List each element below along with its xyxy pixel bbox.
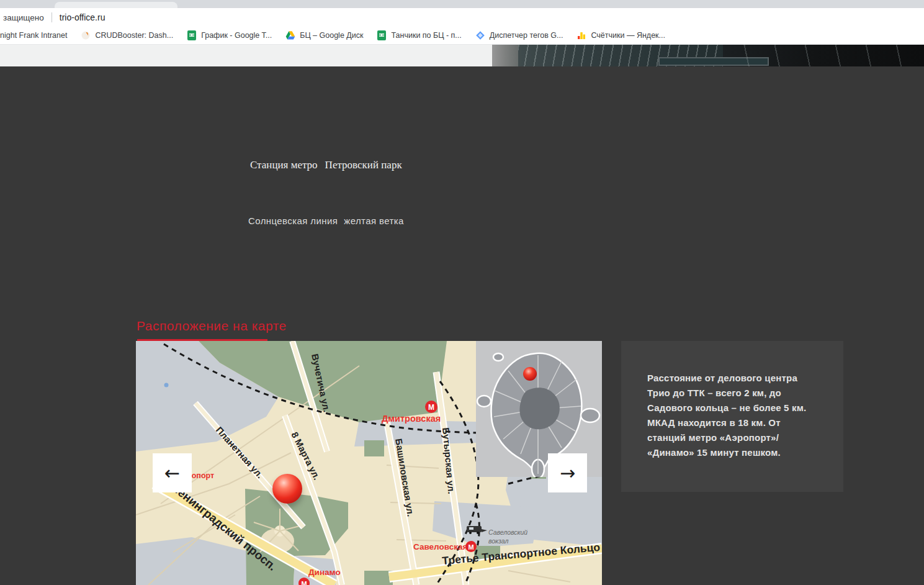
bookmark-google-sheet-grafik[interactable]: График - Google T... — [187, 30, 272, 40]
bookmark-google-sheet-tanchiki[interactable]: Танчики по БЦ - п... — [377, 30, 461, 40]
prev-slide-button[interactable]: ← — [153, 453, 192, 492]
metro-station-name: Петровский парк — [325, 159, 402, 171]
left-arrow-icon: ← — [164, 462, 180, 484]
metro-logo-icon: М — [468, 543, 473, 551]
address-separator — [52, 12, 52, 22]
google-drive-icon — [285, 30, 295, 40]
bookmark-label: Диспетчер тегов G... — [490, 31, 563, 40]
browser-tab-strip — [0, 0, 924, 8]
bookmark-label: Танчики по БЦ - п... — [391, 31, 461, 40]
map-location-marker — [272, 474, 302, 504]
building-photo — [492, 45, 924, 67]
metro-line-note: желтая ветка — [344, 215, 404, 226]
railway-station-label: вокзал — [488, 537, 509, 545]
minimap-location-dot — [523, 367, 537, 381]
metro-logo-icon: М — [301, 580, 307, 585]
metro-station-label-savelovskaya: Савеловская — [413, 542, 467, 551]
metro-logo-icon: М — [428, 403, 434, 412]
metro-station-row: Станция метро Петровский парк — [250, 159, 402, 171]
location-description: Расстояние от делового центра Трио до ТТ… — [647, 371, 815, 460]
crudbooster-favicon-icon — [81, 30, 91, 40]
metro-station-label-dmitrovskaya: Дмитровская — [382, 414, 441, 424]
section-title: Расположение на карте — [137, 319, 287, 333]
bookmark-google-drive[interactable]: БЦ – Google Диск — [285, 30, 363, 40]
browser-active-tab[interactable] — [55, 2, 177, 8]
bookmark-tag-manager[interactable]: Диспетчер тегов G... — [475, 30, 563, 40]
bookmark-yandex-metrika[interactable]: Счётчики — Яндек... — [576, 30, 665, 40]
building-canopy-lines — [719, 45, 924, 67]
browser-address-bar[interactable]: защищено trio-office.ru — [0, 8, 924, 27]
google-sheets-icon — [377, 30, 387, 40]
bookmark-label: БЦ – Google Диск — [300, 31, 363, 40]
metro-station-label: Станция метро — [250, 159, 318, 171]
url-text[interactable]: trio-office.ru — [60, 12, 105, 22]
map-slide[interactable]: Вучетича ул. Планетная ул. 8 Марта ул. Л… — [136, 341, 602, 585]
next-slide-button[interactable]: → — [548, 453, 587, 492]
bookmark-label: night Frank Intranet — [0, 31, 67, 40]
section-title-underline — [137, 339, 267, 341]
bookmark-label: Счётчики — Яндек... — [591, 31, 665, 40]
bookmark-crudbooster[interactable]: CRUDBooster: Dash... — [81, 30, 173, 40]
yandex-metrika-icon — [576, 30, 586, 40]
metro-station-label-dinamo: Динамо — [308, 568, 341, 577]
railway-station-label: Савеловский — [488, 528, 527, 536]
location-info-panel: Расстояние от делового центра Трио до ТТ… — [621, 341, 843, 492]
security-badge[interactable]: защищено — [3, 13, 44, 22]
metro-line-row: Солнцевская линия желтая ветка — [248, 215, 404, 226]
bookmark-label: CRUDBooster: Dash... — [95, 31, 173, 40]
right-arrow-icon: → — [560, 462, 575, 484]
bookmarks-bar: night Frank Intranet CRUDBooster: Dash..… — [0, 27, 924, 45]
google-sheets-icon — [187, 30, 197, 40]
bookmark-label: График - Google T... — [201, 31, 272, 40]
google-tag-manager-icon — [475, 30, 485, 40]
bookmark-knight-frank[interactable]: night Frank Intranet — [0, 31, 67, 40]
metro-line-name: Солнцевская линия — [248, 215, 338, 226]
